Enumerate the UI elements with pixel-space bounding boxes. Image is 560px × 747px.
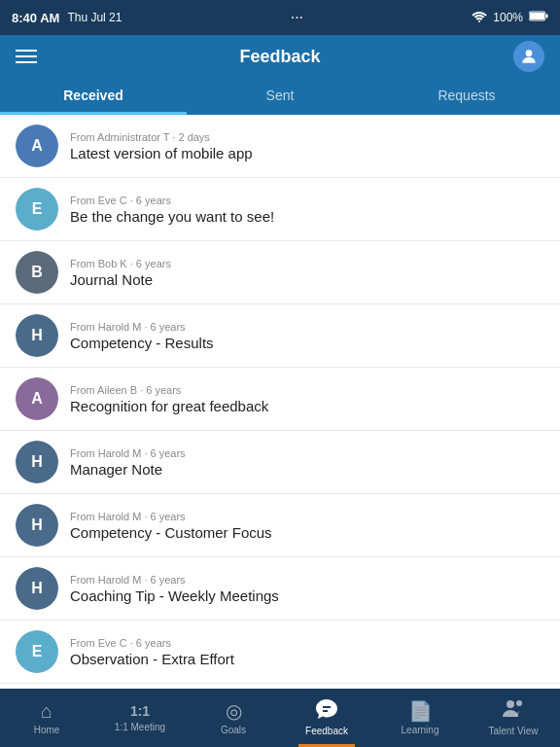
- item-content: From Bob K · 6 years Journal Note: [70, 258, 544, 288]
- nav-feedback-label: Feedback: [305, 726, 348, 736]
- item-content: From Harold M · 6 years Competency - Cus…: [70, 511, 544, 541]
- nav-talent-label: Talent View: [489, 726, 539, 736]
- feedback-item[interactable]: H From Harold M · 6 years Competency - C…: [0, 494, 560, 557]
- svg-rect-2: [546, 15, 548, 18]
- status-dots: ···: [291, 9, 303, 26]
- feedback-item[interactable]: E From Eve C · 6 years Observation - Ext…: [0, 621, 560, 684]
- item-content: From Aileen B · 6 years Recognition for …: [70, 384, 544, 414]
- hamburger-menu[interactable]: [16, 50, 37, 63]
- item-meta: From Eve C · 6 years: [70, 195, 544, 206]
- item-meta: From Aileen B · 6 years: [70, 384, 544, 396]
- sender-avatar: A: [16, 377, 58, 420]
- feedback-item[interactable]: A From Aileen B · 6 years Recognition fo…: [0, 368, 560, 431]
- feedback-item[interactable]: H From Harold M · 6 years Manager Note: [0, 431, 560, 494]
- item-meta: From Eve C · 6 years: [70, 637, 544, 649]
- status-date: Thu Jul 21: [67, 11, 122, 24]
- item-content: From Eve C · 6 years Observation - Extra…: [70, 637, 544, 667]
- user-avatar-header[interactable]: [513, 41, 544, 72]
- item-title: Recognition for great feedback: [70, 398, 544, 414]
- feedback-item[interactable]: A From Administrator T · 2 days Latest v…: [0, 115, 560, 178]
- tab-requests[interactable]: Requests: [373, 78, 560, 113]
- nav-home[interactable]: ⌂ Home: [0, 689, 93, 747]
- nav-learning[interactable]: 📄 Learning: [373, 689, 467, 747]
- meeting-icon: 1:1: [130, 704, 150, 718]
- sender-avatar: H: [16, 504, 58, 547]
- nav-home-label: Home: [34, 725, 60, 735]
- item-title: Journal Note: [70, 271, 544, 288]
- item-meta: From Harold M · 6 years: [70, 321, 544, 333]
- nav-meeting-label: 1:1 Meeting: [115, 722, 165, 732]
- item-title: Competency - Customer Focus: [70, 524, 544, 541]
- sender-avatar: B: [16, 251, 58, 294]
- item-title: Competency - Results: [70, 335, 544, 351]
- header: Feedback: [0, 35, 560, 78]
- item-meta: From Administrator T · 2 days: [70, 131, 544, 143]
- learning-icon: 📄: [408, 701, 433, 721]
- nav-learning-label: Learning: [402, 725, 439, 735]
- item-title: Observation - Extra Effort: [70, 651, 544, 667]
- tabs: Received Sent Requests: [0, 78, 560, 115]
- item-content: From Harold M · 6 years Manager Note: [70, 447, 544, 478]
- feedback-item[interactable]: E From Eve C · 6 years Be the change you…: [0, 178, 560, 241]
- item-title: Latest version of mobile app: [70, 145, 544, 161]
- svg-point-5: [507, 700, 514, 708]
- svg-point-0: [478, 20, 480, 22]
- nav-talent[interactable]: Talent View: [467, 689, 560, 747]
- sender-avatar: H: [16, 567, 58, 610]
- item-meta: From Harold M · 6 years: [70, 447, 544, 459]
- feedback-item[interactable]: H From Harold M · 6 years Competency - R…: [0, 304, 560, 368]
- nav-goals-label: Goals: [221, 725, 246, 735]
- sender-avatar: E: [16, 630, 58, 673]
- sender-avatar: E: [16, 188, 58, 231]
- talent-icon: [503, 699, 524, 722]
- item-content: From Harold M · 6 years Coaching Tip - W…: [70, 574, 544, 604]
- item-content: From Harold M · 6 years Competency - Res…: [70, 321, 544, 351]
- sender-avatar: H: [16, 441, 58, 483]
- feedback-icon: [316, 699, 337, 722]
- tab-sent[interactable]: Sent: [187, 78, 373, 113]
- item-content: From Administrator T · 2 days Latest ver…: [70, 131, 544, 161]
- battery-label: 100%: [493, 11, 523, 24]
- item-meta: From Bob K · 6 years: [70, 258, 544, 269]
- bottom-nav: ⌂ Home 1:1 1:1 Meeting ◎ Goals Feedback …: [0, 689, 560, 747]
- item-meta: From Harold M · 6 years: [70, 511, 544, 522]
- battery-icon: [529, 11, 548, 24]
- item-title: Be the change you want to see!: [70, 208, 544, 225]
- feedback-list: A From Administrator T · 2 days Latest v…: [0, 115, 560, 689]
- item-content: From Eve C · 6 years Be the change you w…: [70, 195, 544, 225]
- item-title: Coaching Tip - Weekly Meetings: [70, 587, 544, 604]
- svg-point-6: [516, 700, 522, 706]
- svg-rect-3: [530, 13, 544, 19]
- item-meta: From Harold M · 6 years: [70, 574, 544, 586]
- feedback-item[interactable]: H From Harold M · 6 years Coaching Tip -…: [0, 557, 560, 621]
- status-right: 100%: [472, 11, 548, 25]
- sender-avatar: H: [16, 314, 58, 357]
- status-time: 8:40 AM: [12, 11, 59, 25]
- page-title: Feedback: [239, 47, 320, 67]
- home-icon: ⌂: [41, 701, 52, 721]
- tab-received[interactable]: Received: [0, 78, 187, 113]
- nav-goals[interactable]: ◎ Goals: [187, 689, 280, 747]
- status-bar: 8:40 AM Thu Jul 21 ··· 100%: [0, 0, 560, 35]
- feedback-item[interactable]: B From Bob K · 6 years Journal Note: [0, 241, 560, 304]
- sender-avatar: A: [16, 124, 58, 167]
- item-title: Manager Note: [70, 461, 544, 478]
- nav-feedback[interactable]: Feedback: [280, 689, 373, 747]
- nav-meeting[interactable]: 1:1 1:1 Meeting: [93, 689, 187, 747]
- svg-point-4: [526, 50, 533, 56]
- wifi-icon: [472, 11, 487, 25]
- goals-icon: ◎: [226, 701, 242, 721]
